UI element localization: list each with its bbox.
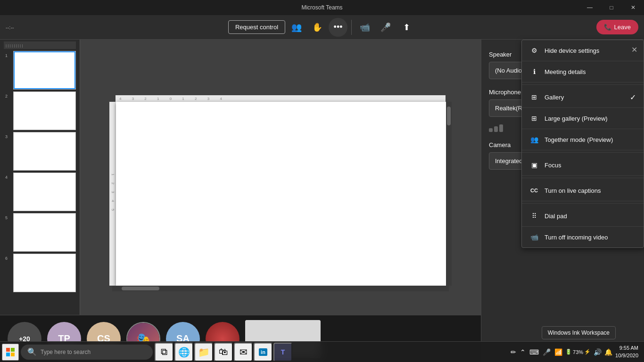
leave-button[interactable]: 📞 Leave [596, 20, 638, 34]
taskbar-explorer-button[interactable]: 📁 [194, 343, 213, 362]
toolbar-right-controls: 📞 Leave [596, 20, 644, 34]
start-button[interactable] [2, 344, 19, 361]
slide-thumb-2[interactable]: 2 [13, 91, 76, 130]
info-icon: ℹ [529, 67, 539, 76]
audio-bar-2 [494, 126, 498, 132]
together-mode-icon: 👥 [529, 135, 539, 144]
battery-indicator[interactable]: 🔋 73% ⚡ [565, 349, 591, 355]
dial-pad-icon: ⠿ [529, 211, 539, 221]
ppt-ruler-top: 4 3 2 1 0 1 2 3 4 [116, 95, 446, 102]
menu-item-hide-device-settings[interactable]: ⚙ Hide device settings [522, 40, 644, 61]
taskbar-store-button[interactable]: 🛍 [214, 343, 233, 362]
slide-thumb-6[interactable]: 6 [13, 254, 76, 292]
window-controls: — □ ✕ [579, 0, 644, 15]
large-gallery-icon: ⊞ [529, 114, 539, 123]
taskbar-edge-button[interactable]: 🌐 [174, 343, 193, 362]
slide-thumb-1[interactable]: 1 [13, 51, 76, 90]
request-control-button[interactable]: Request control [228, 20, 285, 34]
battery-icon: 🔋 [565, 349, 572, 355]
slide-scrollbar-h[interactable] [112, 286, 449, 291]
menu-item-dial-pad[interactable]: ⠿ Dial pad [522, 206, 644, 227]
captions-icon: CC [529, 186, 539, 195]
ppt-slide-panel[interactable]: | | | | | | | | | 1 2 3 4 [0, 38, 80, 349]
toolbar-center-controls: Request control 👥 ✋ ••• 📹 🎤 ⬆ [228, 18, 416, 37]
menu-item-gallery[interactable]: ⊞ Gallery ✓ [522, 87, 644, 108]
explorer-icon: 📁 [198, 346, 210, 358]
leave-phone-icon: 📞 [604, 24, 611, 31]
slide-thumb-3[interactable]: 3 [13, 132, 76, 171]
svg-rect-2 [6, 353, 10, 356]
clock-date: 10/9/2020 [615, 352, 638, 359]
taskbar-search-bar[interactable]: 🔍 Type here to search [21, 345, 153, 360]
slide-scrollbar-v[interactable] [446, 102, 452, 286]
title-bar: Microsoft Teams — □ ✕ [0, 0, 644, 15]
menu-divider-1 [522, 84, 644, 85]
taskbar-search-icon: 🔍 [27, 347, 37, 356]
minimize-button[interactable]: — [579, 0, 601, 15]
slide-canvas[interactable] [116, 102, 446, 286]
ppt-main-slide-area: 4 3 2 1 0 1 2 3 4 1 2 3 4 5 [80, 38, 481, 349]
menu-divider-2 [522, 152, 644, 153]
gear-icon: ⚙ [529, 46, 539, 55]
keyboard-icon[interactable]: ⌨ [529, 348, 539, 356]
participants-icon: 👥 [291, 22, 302, 33]
timer-display: --:-- [0, 25, 14, 30]
ppt-slide-area: | | | | | | | | | 1 2 3 4 [0, 38, 481, 349]
scrollbar-thumb-h[interactable] [122, 287, 159, 290]
ppt-ruler-left: 1 2 3 4 5 [109, 102, 116, 286]
menu-item-together-mode[interactable]: 👥 Together mode (Preview) [522, 129, 644, 150]
edge-icon: 🌐 [178, 346, 190, 358]
share-screen-button[interactable]: ⬆ [397, 18, 416, 37]
menu-item-focus[interactable]: ▣ Focus [522, 155, 644, 176]
maximize-button[interactable]: □ [601, 0, 622, 15]
participants-button[interactable]: 👥 [287, 18, 306, 37]
svg-rect-3 [11, 353, 15, 356]
close-button[interactable]: ✕ [622, 0, 644, 15]
taskbar-mail-button[interactable]: ✉ [234, 343, 253, 362]
camera-button[interactable]: 📹 [355, 18, 374, 37]
menu-item-live-captions[interactable]: CC Turn on live captions [522, 180, 644, 201]
menu-item-incoming-video[interactable]: 📹 Turn off incoming video [522, 227, 644, 247]
mic-icon: 🎤 [380, 22, 391, 33]
notification-icon[interactable]: 🔔 [604, 348, 612, 356]
taskbar-clock[interactable]: 9:55 AM 10/9/2020 [615, 345, 638, 359]
more-options-icon: ••• [334, 22, 343, 32]
audio-bar-3 [499, 124, 503, 132]
menu-item-large-gallery[interactable]: ⊞ Large gallery (Preview) [522, 108, 644, 129]
volume-icon[interactable]: 🔊 [594, 348, 602, 356]
slide-thumb-5[interactable]: 5 [13, 213, 76, 252]
pen-icon[interactable]: ✏ [511, 348, 516, 356]
more-options-button[interactable]: ••• [329, 18, 347, 37]
close-menu-button[interactable]: ✕ [628, 44, 640, 55]
taskbar-teams-button[interactable]: T [273, 343, 292, 362]
speaker-value: (No Audio) [495, 67, 524, 74]
slide-thumb-4[interactable]: 4 [13, 173, 76, 211]
raise-hand-button[interactable]: ✋ [308, 18, 327, 37]
share-screen-icon: ⬆ [403, 22, 410, 33]
linkedin-icon: in [259, 348, 267, 356]
mute-button[interactable]: 🎤 [376, 18, 395, 37]
menu-item-meeting-details[interactable]: ℹ Meeting details [522, 61, 644, 82]
svg-rect-0 [6, 348, 10, 352]
gallery-icon: ⊞ [529, 92, 539, 102]
scrollbar-thumb-v[interactable] [447, 107, 451, 125]
window-title: Microsoft Teams [301, 4, 342, 11]
audio-bar-1 [489, 128, 493, 132]
network-icon[interactable]: 📶 [554, 348, 562, 356]
taskbar-linkedin-button[interactable]: in [254, 343, 272, 362]
system-icons-group: ✏ ⌃ ⌨ 🎤 📶 [511, 348, 562, 356]
chevron-up-icon[interactable]: ⌃ [520, 348, 526, 356]
meeting-toolbar: --:-- Request control 👥 ✋ ••• 📹 🎤 ⬆ 📞 Le… [0, 15, 644, 40]
powerpoint-area: AutoSave ON 💾 ↩ ↪ ⬛ ✍ 10-9-2020 Phishing… [0, 0, 481, 362]
taskbar-pinned-apps: ⧉ 🌐 📁 🛍 ✉ in T [155, 343, 511, 362]
taskbar: 🔍 Type here to search ⧉ 🌐 📁 🛍 ✉ in T ✏ ⌃… [0, 341, 644, 362]
microphone-label: Microphone [489, 89, 521, 96]
mic-taskbar-icon[interactable]: 🎤 [543, 348, 551, 356]
power-plug-icon: ⚡ [584, 349, 591, 355]
taskbar-taskview-button[interactable]: ⧉ [155, 343, 173, 362]
store-icon: 🛍 [219, 346, 228, 357]
taskbar-search-placeholder: Type here to search [41, 349, 91, 355]
toolbar-divider [351, 20, 352, 35]
windows-ink-tooltip: Windows Ink Workspace [542, 326, 616, 339]
incoming-video-icon: 📹 [529, 232, 539, 242]
